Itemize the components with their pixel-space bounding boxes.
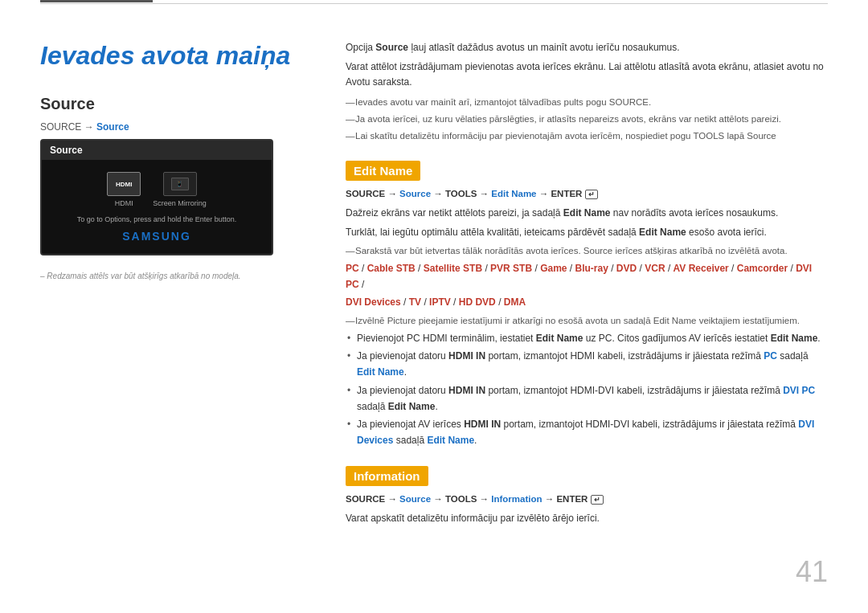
red-link-vcr: VCR	[645, 263, 665, 274]
red-link-sstb: Satellite STB	[424, 263, 482, 274]
section-title: Source	[40, 95, 313, 113]
mirror-icon-text: 📱	[176, 181, 183, 187]
hdmi-icon-label: HDMI	[115, 199, 133, 207]
en-bold-1: Edit Name	[563, 207, 611, 219]
tv-icons-row: HDMI HDMI 📱 Screen Mirroring	[107, 172, 207, 207]
hdmiin-bold-b3: HDMI IN	[448, 385, 485, 396]
intro-text-1: Opcija Source ļauj atlasīt dažādus avotu…	[346, 40, 828, 55]
source-bold-1: Source	[375, 42, 408, 53]
en-bold-2: Edit Name	[639, 227, 686, 238]
en-bold-note2: Edit Name	[653, 316, 697, 325]
mirror-icon-box: 📱	[163, 172, 197, 196]
red-link-tv: TV	[409, 296, 421, 308]
en-blue-b4: Edit Name	[427, 435, 474, 446]
tv-mockup-header: Source	[42, 141, 272, 160]
red-link-pvr: PVR STB	[490, 263, 532, 274]
en-bold-b1b: Edit Name	[771, 333, 818, 344]
information-header: Information	[346, 466, 428, 486]
en-blue-b2: Edit Name	[357, 366, 404, 378]
en-bold-b1: Edit Name	[536, 333, 583, 344]
red-links-line: PC / Cable STB / Satellite STB / PVR STB…	[346, 261, 828, 293]
edit-name-note-1: Sarakstā var būt ietvertas tālāk norādīt…	[346, 243, 828, 258]
information-body: Varat apskatīt detalizētu informāciju pa…	[346, 511, 828, 527]
footnote-text: Redzamais attēls var būt atšķirīgs atkar…	[40, 272, 313, 280]
nav-source: Source	[399, 189, 431, 198]
edit-name-body-2: Turklāt, lai iegūtu optimālu attēla kval…	[346, 225, 828, 241]
red-link-dma: DMA	[504, 296, 526, 308]
dvi-blue-b4: DVI Devices	[357, 419, 814, 446]
hdmiin-bold-b4: HDMI IN	[464, 419, 501, 430]
samsung-logo: SAMSUNG	[122, 230, 191, 243]
note-line-1: Ievades avotu var mainīt arī, izmantojot…	[346, 95, 828, 109]
page-number: 41	[796, 555, 828, 589]
nav-editname: Edit Name	[491, 189, 536, 198]
red-link-iptv: IPTV	[429, 296, 451, 308]
bullet-item-2: Ja pievienojat datoru HDMI IN portam, iz…	[346, 349, 828, 381]
red-link-dvi: DVI Devices	[346, 296, 401, 308]
red-link-pc: PC	[346, 263, 359, 274]
right-column: Opcija Source ļauj atlasīt dažādus avotu…	[346, 40, 828, 530]
mirror-icon-label: Screen Mirroring	[153, 199, 207, 207]
red-link-game: Game	[540, 263, 567, 274]
red-link-av: AV Receiver	[674, 263, 729, 274]
edit-name-nav: SOURCE → Source → TOOLS → Edit Name → EN…	[346, 189, 828, 199]
red-link-dvd: DVD	[616, 263, 637, 274]
source-blue-note3: Source	[747, 131, 776, 141]
hdmi-icon-box: HDMI	[107, 172, 141, 196]
tv-icon-mirror: 📱 Screen Mirroring	[153, 172, 207, 207]
en-bold-b3: Edit Name	[388, 401, 436, 412]
red-link-cstb: Cable STB	[367, 263, 416, 274]
edit-name-body-1: Dažreiz ekrāns var netikt attēlots parei…	[346, 206, 828, 222]
red-link-blu: Blu-ray	[575, 263, 608, 274]
edit-name-header: Edit Name	[346, 161, 420, 181]
red-link-cam: Camcorder	[737, 263, 788, 274]
page-title: Ievades avota maiņa	[40, 40, 313, 71]
source-nav: SOURCE → Source	[40, 121, 313, 133]
bullet-item-4: Ja pievienojat AV ierīces HDMI IN portam…	[346, 417, 828, 449]
nav-source-info: Source	[399, 494, 431, 504]
enter-icon-1: ↵	[585, 190, 598, 199]
red-link-hddvd: HD DVD	[459, 296, 496, 308]
tv-icon-hdmi: HDMI HDMI	[107, 172, 141, 207]
picture-bold: Picture	[387, 316, 416, 325]
left-column: Ievades avota maiņa Source SOURCE → Sour…	[40, 40, 313, 280]
hdmiin-bold-b2: HDMI IN	[448, 350, 485, 362]
pc-blue-b2: PC	[764, 350, 777, 362]
note-line-2: Ja avota ierīcei, uz kuru vēlaties pārsl…	[346, 112, 828, 126]
source-bold-note1: SOURCE	[609, 97, 649, 107]
information-nav: SOURCE → Source → TOOLS → Information → …	[346, 494, 828, 505]
red-links-line-2: DVI Devices / TV / IPTV / HD DVD / DMA	[346, 295, 828, 311]
nav-information: Information	[491, 494, 542, 504]
dvipc-blue-b3: DVI PC	[783, 385, 815, 396]
bullet-item-1: Pievienojot PC HDMI terminālim, iestatie…	[346, 331, 828, 347]
tv-mockup-content: HDMI HDMI 📱 Screen Mirroring To go to Op	[42, 160, 272, 254]
enter-icon-2: ↵	[591, 495, 604, 505]
bullet-item-3: Ja pievienojat datoru HDMI IN portam, iz…	[346, 383, 828, 415]
mirror-icon-shape: 📱	[171, 178, 189, 190]
tv-instruction: To go to Options, press and hold the Ent…	[77, 215, 237, 223]
source-nav-text: SOURCE →	[40, 121, 96, 133]
hdmi-label: HDMI	[116, 181, 132, 188]
edit-name-note-2: Izvēlnē Picture pieejamie iestatījumi ir…	[346, 313, 828, 328]
source-nav-link: Source	[96, 121, 129, 133]
tv-mockup: Source HDMI HDMI 📱	[40, 139, 273, 255]
source-bold-note-en: Source	[583, 246, 612, 255]
intro-text-2: Varat attēlot izstrādājumam pievienotas …	[346, 59, 828, 90]
note-line-3: Lai skatītu detalizētu informāciju par p…	[346, 129, 828, 143]
